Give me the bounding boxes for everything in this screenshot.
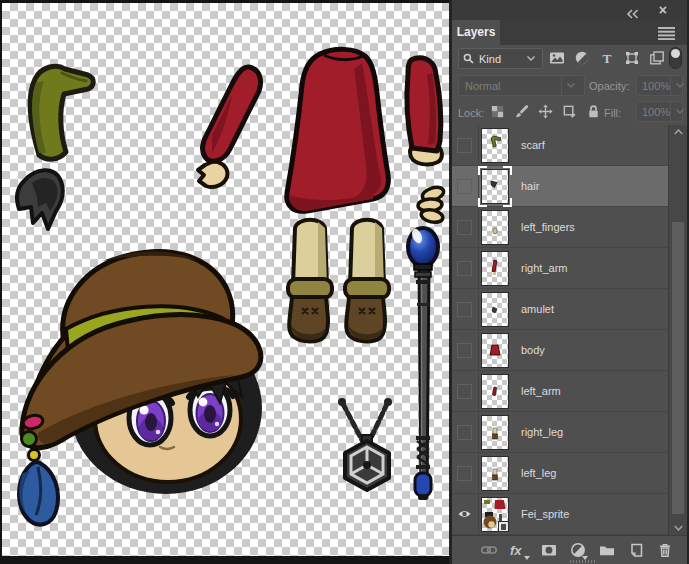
- kind-filter-dropdown[interactable]: Kind: [458, 48, 543, 69]
- new-group-folder-icon[interactable]: [599, 542, 615, 558]
- layer-row-left-fingers[interactable]: left_fingers: [452, 207, 687, 248]
- staff-art: [408, 227, 438, 500]
- opacity-label: Opacity:: [589, 80, 629, 92]
- chevron-down-icon: [670, 102, 687, 121]
- opacity-dropdown: 100%: [636, 75, 683, 96]
- lock-transparency-icon[interactable]: [490, 104, 505, 119]
- scrollbar-thumb[interactable]: [672, 222, 684, 514]
- lock-position-icon[interactable]: [538, 104, 553, 119]
- layer-row-right-arm[interactable]: right_arm: [452, 248, 687, 289]
- layer-row-body[interactable]: body: [452, 330, 687, 371]
- smart-objects-filter-icon[interactable]: [649, 50, 665, 66]
- svg-text:T: T: [602, 51, 611, 66]
- layer-name: hair: [521, 180, 539, 192]
- panel-titlebar: ×: [452, 0, 687, 20]
- chevron-down-icon: [522, 49, 538, 68]
- fill-dropdown: 100%: [636, 101, 683, 122]
- layer-thumbnail[interactable]: [481, 128, 509, 163]
- layer-row-left-leg[interactable]: left_leg: [452, 453, 687, 494]
- layer-thumbnail[interactable]: [481, 497, 509, 532]
- opacity-value: 100%: [642, 80, 670, 92]
- add-layer-mask-icon[interactable]: [541, 542, 557, 558]
- shape-layers-filter-icon[interactable]: [624, 50, 640, 66]
- type-layers-filter-icon[interactable]: T: [599, 50, 615, 66]
- eye-icon: [458, 509, 471, 519]
- layer-list-scrollbar[interactable]: [668, 125, 687, 535]
- layer-name: body: [521, 344, 545, 356]
- filter-toggle-switch[interactable]: [669, 47, 682, 69]
- link-layers-icon[interactable]: [481, 542, 497, 558]
- scarf-art: [30, 66, 93, 159]
- layer-row-scarf[interactable]: scarf: [452, 125, 687, 166]
- blend-mode-value: Normal: [465, 80, 500, 92]
- layer-name: left_arm: [521, 385, 561, 397]
- adjustment-layers-filter-icon[interactable]: [574, 50, 590, 66]
- blend-mode-dropdown: Normal: [458, 75, 585, 96]
- layer-name: right_leg: [521, 426, 563, 438]
- layer-thumbnail[interactable]: [481, 456, 509, 491]
- lock-artboard-icon[interactable]: [562, 104, 577, 119]
- layer-thumbnail[interactable]: [481, 251, 509, 286]
- left-leg-art: [345, 220, 389, 342]
- layer-row-right-leg[interactable]: right_leg: [452, 412, 687, 453]
- visibility-toggle[interactable]: [457, 220, 472, 235]
- hair-tuft-art: [17, 170, 63, 229]
- visibility-toggle[interactable]: [457, 507, 472, 522]
- left-fingers-art: [418, 185, 446, 224]
- layer-thumbnail[interactable]: [481, 292, 509, 327]
- amulet-art: [338, 398, 392, 490]
- lock-all-icon[interactable]: [586, 104, 601, 119]
- layer-row-amulet[interactable]: amulet: [452, 289, 687, 330]
- layer-name: right_arm: [521, 262, 567, 274]
- filter-row: Kind T: [452, 45, 687, 72]
- visibility-toggle[interactable]: [457, 138, 472, 153]
- fill-value: 100%: [642, 106, 670, 118]
- scroll-up-icon[interactable]: [669, 125, 687, 139]
- sprite-artwork: [2, 3, 449, 556]
- lock-label: Lock:: [458, 107, 484, 119]
- panel-tab-bar: Layers: [452, 20, 687, 45]
- visibility-toggle[interactable]: [457, 179, 472, 194]
- pixel-layers-filter-icon[interactable]: [549, 50, 565, 66]
- tab-layers[interactable]: Layers: [452, 20, 500, 45]
- delete-layer-trash-icon[interactable]: [657, 542, 673, 558]
- layer-thumbnail[interactable]: [481, 415, 509, 450]
- scroll-down-icon[interactable]: [669, 521, 687, 535]
- panel-menu-icon[interactable]: [658, 26, 675, 39]
- layer-row-fei-sprite[interactable]: Fei_sprite: [452, 494, 687, 535]
- new-layer-icon[interactable]: [628, 542, 644, 558]
- canvas[interactable]: [2, 3, 449, 556]
- layer-name: left_leg: [521, 467, 556, 479]
- chevron-down-icon: [670, 76, 687, 95]
- collapse-panels-icon[interactable]: [627, 5, 639, 15]
- right-leg-art: [288, 220, 332, 342]
- layer-name: scarf: [521, 139, 545, 151]
- layer-row-left-arm[interactable]: left_arm: [452, 371, 687, 412]
- photoshop-window: × Layers Kind T: [0, 0, 689, 564]
- visibility-toggle[interactable]: [457, 384, 472, 399]
- fx-label: fx: [510, 543, 522, 558]
- close-icon[interactable]: ×: [659, 1, 667, 19]
- visibility-toggle[interactable]: [457, 302, 472, 317]
- lock-pixels-brush-icon[interactable]: [514, 104, 529, 119]
- layer-thumbnail[interactable]: [481, 169, 509, 204]
- layer-style-fx-icon[interactable]: fx: [510, 543, 528, 558]
- head-art: [19, 251, 262, 524]
- layer-list: scarf hair left_fingers right_arm: [452, 125, 687, 535]
- visibility-toggle[interactable]: [457, 261, 472, 276]
- search-icon: [463, 53, 474, 64]
- layer-thumbnail[interactable]: [481, 333, 509, 368]
- visibility-toggle[interactable]: [457, 466, 472, 481]
- layer-thumbnail[interactable]: [481, 374, 509, 409]
- visibility-toggle[interactable]: [457, 343, 472, 358]
- layer-thumbnail[interactable]: [481, 210, 509, 245]
- layer-name: amulet: [521, 303, 554, 315]
- fill-label: Fill:: [604, 107, 621, 119]
- adjustment-layer-icon[interactable]: [570, 542, 586, 558]
- layer-row-hair[interactable]: hair: [452, 166, 687, 207]
- left-arm-art: [198, 67, 261, 187]
- chevron-down-icon: [561, 76, 578, 95]
- panel-resize-grip[interactable]: [570, 560, 596, 563]
- visibility-toggle[interactable]: [457, 425, 472, 440]
- layer-name: Fei_sprite: [521, 508, 569, 520]
